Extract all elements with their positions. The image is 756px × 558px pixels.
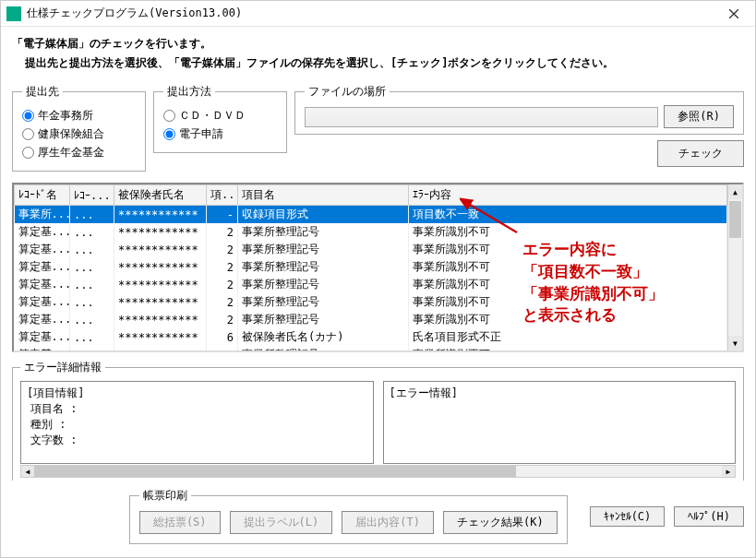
app-icon xyxy=(6,6,21,21)
method-opt1-label: ＣＤ・ＤＶＤ xyxy=(179,108,246,124)
file-path-input[interactable] xyxy=(305,107,658,127)
contents-button[interactable]: 届出内容(T) xyxy=(342,511,434,534)
method-opt1-radio[interactable] xyxy=(163,110,175,122)
error-info-box: [エラー情報] xyxy=(383,381,737,464)
cancel-button[interactable]: ｷｬﾝｾﾙ(C) xyxy=(590,506,666,527)
scroll-left-icon[interactable]: ◀ xyxy=(21,466,34,477)
error-info-title: [エラー情報] xyxy=(390,386,730,401)
table-row[interactable]: 事業所......************-収録項目形式項目数不一致 xyxy=(15,206,727,224)
table-row[interactable]: 算定基......************2事業所整理記号事業所識別不可 xyxy=(15,346,727,350)
table-row[interactable]: 算定基......************2事業所整理記号事業所識別不可 xyxy=(15,258,727,276)
dest-opt2-label: 健康保険組合 xyxy=(38,126,104,142)
label-button[interactable]: 提出ラベル(L) xyxy=(230,511,333,534)
close-button[interactable] xyxy=(718,4,750,24)
method-group: 提出方法 ＣＤ・ＤＶＤ 電子申請 xyxy=(153,84,287,153)
results-table: ﾚｺｰﾄﾞ名 ﾚｺｰ... 被保険者氏名 項.. 項目名 ｴﾗｰ内容 事業所..… xyxy=(12,183,744,352)
method-opt2-radio[interactable] xyxy=(163,128,175,140)
dest-opt3-label: 厚生年金基金 xyxy=(38,145,104,160)
table-row[interactable]: 算定基......************2事業所整理記号事業所識別不可 xyxy=(15,241,727,258)
dest-opt1-label: 年金事務所 xyxy=(38,108,93,124)
browse-button[interactable]: 参照(R) xyxy=(664,105,734,128)
check-button[interactable]: チェック xyxy=(657,140,744,167)
method-opt2-label: 電子申請 xyxy=(179,126,223,142)
summary-button[interactable]: 総括票(S) xyxy=(139,511,221,534)
intro-line-1: 「電子媒体届」のチェックを行います。 xyxy=(12,36,744,52)
intro-line-2: 提出先と提出方法を選択後、「電子媒体届」ファイルの保存先を選択し、[チェック]ボ… xyxy=(25,55,744,71)
item-info-l2: 種別 : xyxy=(30,417,367,433)
dest-opt2-radio[interactable] xyxy=(22,128,34,140)
col-item-name[interactable]: 項目名 xyxy=(238,185,409,206)
method-legend: 提出方法 xyxy=(163,84,215,100)
scroll-up-icon[interactable]: ▲ xyxy=(728,184,742,199)
error-detail-legend: エラー詳細情報 xyxy=(20,360,105,375)
vertical-scrollbar[interactable]: ▲ ▼ xyxy=(727,184,742,350)
item-info-l1: 項目名 : xyxy=(30,401,367,417)
item-info-box: [項目情報] 項目名 : 種別 : 文字数 : xyxy=(20,381,374,464)
dest-group: 提出先 年金事務所 健康保険組合 厚生年金基金 xyxy=(12,84,146,172)
dest-legend: 提出先 xyxy=(22,84,63,100)
print-legend: 帳票印刷 xyxy=(139,488,191,504)
col-item-no[interactable]: 項.. xyxy=(207,185,238,206)
item-info-title: [項目情報] xyxy=(27,386,367,401)
table-row[interactable]: 算定基......************6被保険者氏名(カナ)氏名項目形式不正 xyxy=(15,328,727,346)
col-record-name[interactable]: ﾚｺｰﾄﾞ名 xyxy=(15,185,70,206)
scroll-down-icon[interactable]: ▼ xyxy=(728,336,742,350)
col-insured-name[interactable]: 被保険者氏名 xyxy=(114,185,207,206)
file-legend: ファイルの場所 xyxy=(305,84,390,100)
col-error[interactable]: ｴﾗｰ内容 xyxy=(409,185,727,206)
window-title: 仕様チェックプログラム(Version13.00) xyxy=(27,6,718,21)
table-row[interactable]: 算定基......************2事業所整理記号事業所識別不可 xyxy=(15,276,727,293)
item-info-l3: 文字数 : xyxy=(30,433,367,448)
check-result-button[interactable]: チェック結果(K) xyxy=(443,511,558,534)
error-detail-group: エラー詳細情報 [項目情報] 項目名 : 種別 : 文字数 : [エラー情報] … xyxy=(12,360,744,486)
table-row[interactable]: 算定基......************2事業所整理記号事業所識別不可 xyxy=(15,223,727,241)
table-row[interactable]: 算定基......************2事業所整理記号事業所識別不可 xyxy=(15,311,727,328)
horizontal-scrollbar[interactable]: ◀ ▶ xyxy=(20,465,736,478)
scroll-thumb[interactable] xyxy=(729,201,741,238)
print-group: 帳票印刷 総括票(S) 提出ラベル(L) 届出内容(T) チェック結果(K) xyxy=(129,488,568,544)
dest-opt1-radio[interactable] xyxy=(22,110,34,122)
dest-opt3-radio[interactable] xyxy=(22,147,34,159)
col-record[interactable]: ﾚｺｰ... xyxy=(70,185,114,206)
scroll-right-icon[interactable]: ▶ xyxy=(722,466,735,477)
file-group: ファイルの場所 参照(R) xyxy=(294,84,744,135)
help-button[interactable]: ﾍﾙﾌﾟ(H) xyxy=(674,506,744,527)
table-row[interactable]: 算定基......************2事業所整理記号事業所識別不可 xyxy=(15,293,727,311)
